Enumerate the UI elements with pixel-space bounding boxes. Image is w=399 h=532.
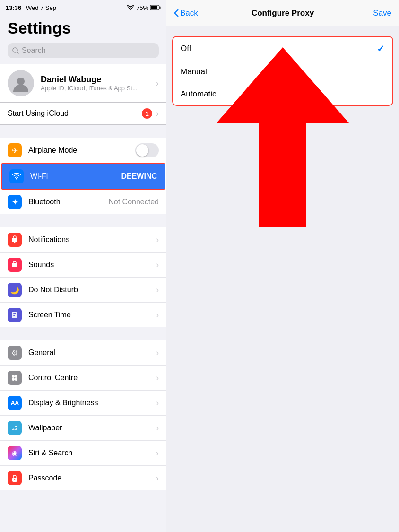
profile-subtitle: Apple ID, iCloud, iTunes & App St... bbox=[41, 85, 149, 92]
sidebar-item-notifications[interactable]: Notifications › bbox=[0, 227, 166, 253]
icloud-chevron-icon: › bbox=[156, 109, 159, 119]
connectivity-section: ✈ Airplane Mode Wi-Fi DEEWINC bbox=[0, 138, 166, 214]
general-chevron-icon: › bbox=[156, 348, 159, 358]
notifications-chevron-icon: › bbox=[156, 235, 159, 245]
svg-rect-1 bbox=[160, 7, 161, 9]
section-gap-3 bbox=[0, 327, 166, 340]
siri-icon: ◉ bbox=[8, 446, 22, 460]
general-label: General bbox=[28, 349, 149, 357]
donotdisturb-icon: 🌙 bbox=[8, 283, 22, 297]
avatar bbox=[8, 70, 34, 96]
bluetooth-label: Bluetooth bbox=[28, 198, 102, 206]
avatar-icon bbox=[10, 73, 31, 94]
status-icons: 75% bbox=[127, 4, 161, 11]
svg-point-14 bbox=[15, 375, 17, 378]
battery-icon bbox=[150, 5, 161, 10]
icloud-badge: 1 bbox=[142, 108, 152, 119]
notifications-icon bbox=[8, 233, 22, 247]
status-date: Wed 7 Sep bbox=[26, 4, 56, 11]
controlcentre-icon bbox=[8, 371, 22, 385]
passcode-label: Passcode bbox=[28, 474, 149, 482]
svg-rect-9 bbox=[12, 263, 17, 267]
donotdisturb-chevron-icon: › bbox=[156, 285, 159, 295]
section-gap-1 bbox=[0, 125, 166, 138]
siri-chevron-icon: › bbox=[156, 448, 159, 458]
back-label: Back bbox=[180, 9, 198, 18]
wifi-row-wrapper: Wi-Fi DEEWINC bbox=[1, 163, 165, 190]
svg-point-13 bbox=[12, 375, 15, 378]
icloud-label: Start Using iCloud bbox=[8, 109, 138, 118]
search-icon bbox=[12, 47, 19, 54]
wifi-icon bbox=[9, 169, 24, 183]
sidebar-item-siri[interactable]: ◉ Siri & Search › bbox=[0, 441, 166, 466]
red-arrow-overlay bbox=[217, 47, 349, 229]
airplane-icon: ✈ bbox=[8, 143, 22, 157]
sidebar-item-donotdisturb[interactable]: 🌙 Do Not Disturb › bbox=[0, 278, 166, 303]
wifi-value: DEEWINC bbox=[121, 172, 157, 181]
profile-name: Daniel Wabuge bbox=[41, 75, 149, 85]
sidebar-item-bluetooth[interactable]: ✦ Bluetooth Not Connected bbox=[0, 190, 166, 214]
sidebar-item-controlcentre[interactable]: Control Centre › bbox=[0, 366, 166, 391]
left-panel: 13:36 Wed 7 Sep 75% Settings bbox=[0, 0, 166, 532]
sidebar-item-wallpaper[interactable]: Wallpaper › bbox=[0, 416, 166, 441]
system-section: ⚙ General › Control Centre › AA Display … bbox=[0, 340, 166, 490]
profile-row[interactable]: Daniel Wabuge Apple ID, iCloud, iTunes &… bbox=[0, 64, 166, 103]
search-placeholder: Search bbox=[22, 46, 46, 55]
passcode-icon bbox=[8, 471, 22, 485]
general-icon: ⚙ bbox=[8, 346, 22, 360]
save-button[interactable]: Save bbox=[373, 9, 391, 18]
alerts-section: Notifications › Sounds › 🌙 Do Not Distur… bbox=[0, 227, 166, 327]
back-chevron-icon bbox=[174, 9, 179, 17]
notifications-label: Notifications bbox=[28, 235, 149, 244]
back-button[interactable]: Back bbox=[174, 9, 198, 18]
wifi-label: Wi-Fi bbox=[30, 172, 114, 181]
sidebar-item-screentime[interactable]: Screen Time › bbox=[0, 303, 166, 327]
icloud-banner[interactable]: Start Using iCloud 1 › bbox=[0, 103, 166, 125]
sounds-label: Sounds bbox=[28, 261, 149, 269]
battery-percent: 75% bbox=[136, 4, 148, 11]
svg-rect-11 bbox=[13, 313, 16, 314]
airplane-toggle[interactable] bbox=[135, 143, 159, 157]
sidebar-item-general[interactable]: ⚙ General › bbox=[0, 340, 166, 366]
siri-label: Siri & Search bbox=[28, 449, 149, 457]
svg-rect-7 bbox=[12, 238, 17, 242]
airplane-label: Airplane Mode bbox=[28, 146, 129, 155]
section-gap-2 bbox=[0, 214, 166, 227]
settings-title: Settings bbox=[0, 15, 166, 41]
right-panel: Back Configure Proxy Save Off ✓ Manual A… bbox=[166, 0, 399, 532]
svg-point-19 bbox=[14, 479, 16, 480]
sidebar-item-wifi[interactable]: Wi-Fi DEEWINC bbox=[2, 164, 165, 189]
wifi-symbol bbox=[12, 173, 21, 180]
svg-marker-20 bbox=[217, 47, 349, 227]
sidebar-item-passcode[interactable]: Passcode › bbox=[0, 466, 166, 490]
profile-info: Daniel Wabuge Apple ID, iCloud, iTunes &… bbox=[41, 75, 149, 92]
svg-rect-8 bbox=[14, 242, 16, 243]
proxy-off-check: ✓ bbox=[377, 43, 385, 54]
screentime-chevron-icon: › bbox=[156, 310, 159, 320]
nav-bar: Back Configure Proxy Save bbox=[166, 0, 399, 26]
red-arrow-icon bbox=[217, 47, 349, 227]
sidebar-item-airplane[interactable]: ✈ Airplane Mode bbox=[0, 138, 166, 163]
display-label: Display & Brightness bbox=[28, 399, 149, 407]
wallpaper-chevron-icon: › bbox=[156, 423, 159, 433]
svg-point-6 bbox=[16, 178, 17, 180]
sidebar-item-display[interactable]: AA Display & Brightness › bbox=[0, 391, 166, 416]
controlcentre-chevron-icon: › bbox=[156, 373, 159, 383]
donotdisturb-label: Do Not Disturb bbox=[28, 286, 149, 294]
screentime-icon bbox=[8, 308, 22, 322]
display-icon: AA bbox=[8, 396, 22, 410]
sidebar-item-sounds[interactable]: Sounds › bbox=[0, 253, 166, 278]
bluetooth-value: Not Connected bbox=[108, 198, 159, 206]
status-time-date: 13:36 Wed 7 Sep bbox=[6, 4, 56, 11]
airplane-toggle-knob bbox=[136, 144, 148, 157]
display-chevron-icon: › bbox=[156, 398, 159, 408]
svg-rect-2 bbox=[151, 6, 157, 9]
svg-rect-12 bbox=[13, 315, 15, 316]
svg-point-17 bbox=[15, 426, 17, 427]
profile-chevron-icon: › bbox=[156, 78, 159, 88]
passcode-chevron-icon: › bbox=[156, 473, 159, 483]
search-bar[interactable]: Search bbox=[8, 43, 159, 58]
controlcentre-label: Control Centre bbox=[28, 374, 149, 382]
svg-point-5 bbox=[17, 78, 25, 85]
svg-point-16 bbox=[15, 378, 17, 381]
